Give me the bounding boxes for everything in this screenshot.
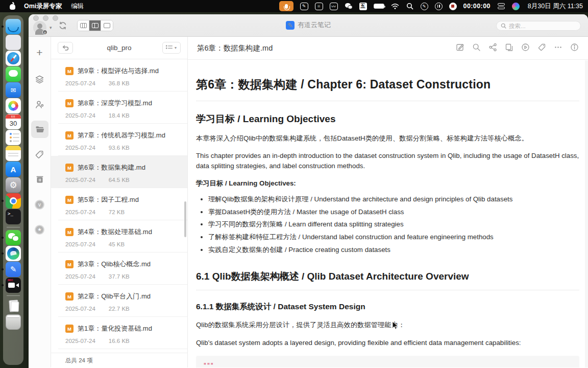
view-two-pane-button[interactable]: [89, 20, 101, 31]
menubar-app-name[interactable]: Omi录屏专家: [24, 2, 62, 11]
close-window-button[interactable]: [33, 15, 39, 21]
dock-separator: [7, 295, 20, 296]
doc-paragraph: This chapter provides an in-depth introd…: [196, 151, 579, 171]
share-icon[interactable]: [488, 43, 497, 54]
screen-recorder-dock-icon[interactable]: REC: [6, 278, 21, 293]
back-button[interactable]: [58, 42, 73, 54]
messages-dock-icon[interactable]: [6, 66, 21, 82]
document-scrollbar[interactable]: [585, 60, 588, 367]
launchpad-dock-icon[interactable]: [6, 35, 21, 50]
view-one-pane-button[interactable]: [101, 20, 113, 31]
list-item[interactable]: M第2章：Qlib平台入门.md 2025-07-2422.7 KB: [51, 285, 187, 317]
notes-stack-icon[interactable]: [31, 71, 48, 88]
list-item[interactable]: M第9章：模型评估与选择.md 2025-07-2436.8 KB: [51, 59, 187, 91]
tag-icon[interactable]: [31, 146, 48, 163]
traffic-lights[interactable]: [33, 15, 58, 21]
sort-view-button[interactable]: ▼: [162, 42, 181, 54]
siri-icon[interactable]: [512, 3, 520, 10]
doc-h2-objectives: 学习目标 / Learning Objectives: [196, 112, 579, 126]
account-caret-icon[interactable]: ▾: [50, 25, 52, 30]
trash-icon[interactable]: [31, 171, 48, 188]
photos-dock-icon[interactable]: [6, 98, 21, 113]
list-item[interactable]: M第1章：量化投资基础.md 2025-07-2416.6 KB: [51, 317, 187, 349]
reminders-dock-icon[interactable]: [6, 130, 21, 145]
info-icon[interactable]: [570, 43, 579, 54]
notes-dock-icon[interactable]: [6, 146, 21, 161]
tag-icon[interactable]: [537, 43, 546, 54]
zoom-window-button[interactable]: [53, 15, 58, 21]
doc-bullet: 掌握DatasetH类的使用方法 / Master the usage of D…: [208, 207, 579, 217]
view-mode-segmented-control: [77, 20, 113, 31]
contacts-icon[interactable]: [31, 96, 48, 113]
more-icon[interactable]: [554, 43, 562, 54]
file-list-header: qlib_pro ▼: [51, 37, 187, 59]
apple-logo-icon[interactable]: [9, 3, 16, 10]
scribble-status-icon[interactable]: 〰: [330, 3, 338, 10]
list-item[interactable]: M第5章：因子工程.md 2025-07-2472 KB: [51, 188, 187, 220]
list-item[interactable]: M第4章：数据处理基础.md 2025-07-2445 KB: [51, 220, 187, 252]
edit-icon[interactable]: [456, 43, 464, 54]
annotate-record-icon[interactable]: ✎: [421, 3, 428, 10]
doc-bullet: 了解标签构建和特征工程方法 / Understand label constru…: [208, 232, 579, 242]
file-list-scrollbar[interactable]: [184, 201, 186, 237]
menubar-clock[interactable]: 8月30日 周六 11:35: [528, 2, 583, 11]
mouse-cursor: [392, 321, 399, 332]
minimize-window-button[interactable]: [43, 15, 48, 21]
app-store-dock-icon[interactable]: A: [6, 162, 21, 177]
doc-h1: 第6章：数据集构建 / Chapter 6: Dataset Construct…: [196, 77, 579, 101]
wifi-icon[interactable]: [391, 2, 399, 10]
list-item[interactable]: M第7章：传统机器学习模型.md 2025-07-2493.6 KB: [51, 124, 187, 156]
wechat-dock-icon[interactable]: [6, 230, 21, 245]
list-item[interactable]: M第8章：深度学习模型.md 2025-07-2418.4 KB: [51, 91, 187, 124]
document-title: 第6章：数据集构建.md: [197, 43, 273, 53]
copy-icon[interactable]: [505, 43, 513, 54]
markdown-file-icon: M: [65, 228, 74, 236]
menubar-edit-menu[interactable]: 编辑: [71, 2, 84, 11]
control-center-icon[interactable]: [497, 2, 505, 10]
view-three-pane-button[interactable]: [78, 20, 89, 31]
mail-dock-icon[interactable]: ✉: [6, 82, 21, 98]
folder-icon[interactable]: [31, 121, 48, 138]
doc-h3-design: 6.1.1 数据集系统设计 / Dataset System Design: [196, 302, 579, 312]
menu-bar: Omi录屏专家 编辑 ✎ ⌗ 〰 五 ✎ 00:00:00 8月30日 周六 1…: [0, 0, 588, 12]
markdown-file-icon: M: [65, 196, 74, 204]
battery-icon[interactable]: [374, 4, 384, 9]
safari-dock-icon[interactable]: [6, 51, 21, 66]
search-input[interactable]: [509, 23, 576, 29]
trash-dock-icon[interactable]: [6, 314, 21, 330]
app-title-label: 有道云笔记: [298, 20, 331, 30]
play-icon[interactable]: [521, 43, 530, 54]
input-method-badge[interactable]: 五: [359, 3, 367, 10]
add-note-button[interactable]: +: [31, 44, 48, 61]
list-item[interactable]: M第3章：Qlib核心概念.md 2025-07-2437.7 KB: [51, 252, 187, 285]
markdown-file-icon: M: [65, 67, 74, 75]
pause-record-icon[interactable]: [435, 3, 443, 10]
sync-icon[interactable]: [58, 21, 67, 30]
markdown-file-icon: M: [65, 292, 74, 301]
document-body[interactable]: 第6章：数据集构建 / Chapter 6: Dataset Construct…: [188, 60, 588, 367]
vip-badge-icon[interactable]: v: [31, 196, 48, 213]
search-in-doc-icon[interactable]: [472, 43, 481, 54]
doc-paragraph: Qlib的数据集系统采用分层设计，提供了灵活且高效的数据管理能力：: [196, 320, 579, 330]
chrome-dock-icon[interactable]: [6, 193, 21, 209]
user-avatar[interactable]: v: [33, 21, 46, 34]
youdao-note-dock-icon[interactable]: ✎: [6, 262, 21, 277]
search-icon[interactable]: [406, 2, 414, 10]
file-list-panel: qlib_pro ▼ M第9章：模型评估与选择.md 2025-07-2436.…: [51, 37, 188, 367]
wechat-status-icon[interactable]: [345, 2, 353, 10]
microphone-status-icon[interactable]: [279, 1, 293, 11]
stop-record-icon[interactable]: [449, 3, 457, 10]
finder-dock-icon[interactable]: [6, 19, 21, 34]
system-settings-dock-icon[interactable]: ⚙: [6, 177, 21, 193]
terminal-dock-icon[interactable]: >_: [6, 209, 21, 224]
star-badge-icon[interactable]: ★: [31, 221, 48, 238]
pencil-status-icon[interactable]: ✎: [300, 3, 308, 10]
downloads-stack-dock-icon[interactable]: [6, 298, 21, 314]
calendar-dock-icon[interactable]: 8月30: [6, 114, 21, 129]
edge-dock-icon[interactable]: [6, 246, 21, 261]
search-box[interactable]: [496, 21, 581, 31]
markdown-file-icon: M: [65, 260, 74, 268]
nav-rail: + v ★: [29, 37, 51, 367]
device-status-icon[interactable]: ⌗: [315, 3, 323, 10]
list-item-selected[interactable]: M第6章：数据集构建.md 2025-07-2464.5 KB: [51, 156, 187, 188]
